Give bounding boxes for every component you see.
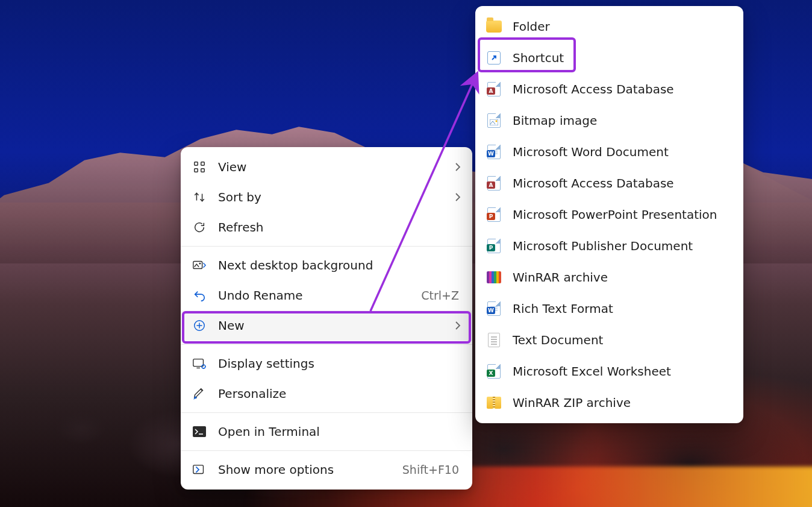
submenu-item-access-database[interactable]: A Microsoft Access Database xyxy=(475,74,743,105)
menu-item-label: Rich Text Format xyxy=(513,301,732,316)
menu-item-label: WinRAR ZIP archive xyxy=(513,395,732,410)
bitmap-file-icon xyxy=(486,113,502,128)
svg-rect-1 xyxy=(201,162,205,166)
menu-item-shortcut: Shift+F10 xyxy=(402,463,461,476)
menu-item-label: View xyxy=(218,160,440,174)
submenu-item-excel-worksheet[interactable]: X Microsoft Excel Worksheet xyxy=(475,356,743,387)
svg-point-12 xyxy=(496,121,498,122)
menu-item-label: Refresh xyxy=(218,220,440,235)
more-icon xyxy=(192,462,207,477)
menu-separator xyxy=(181,450,472,451)
word-file-icon: W xyxy=(486,144,502,160)
personalize-icon xyxy=(192,386,207,402)
menu-item-label: Undo Rename xyxy=(218,288,410,303)
menu-item-label: Shortcut xyxy=(513,51,732,65)
submenu-item-winrar-zip-archive[interactable]: WinRAR ZIP archive xyxy=(475,387,743,418)
new-icon xyxy=(192,318,207,333)
chevron-right-icon xyxy=(451,321,461,330)
submenu-item-shortcut[interactable]: Shortcut xyxy=(475,42,743,74)
menu-item-label: Microsoft Access Database xyxy=(513,176,732,191)
access-file-icon: A xyxy=(486,81,502,97)
chevron-right-icon xyxy=(451,192,461,202)
submenu-item-rich-text-format[interactable]: W Rich Text Format xyxy=(475,293,743,324)
submenu-item-folder[interactable]: Folder xyxy=(475,11,743,42)
menu-separator xyxy=(181,344,472,345)
menu-item-sort-by[interactable]: Sort by xyxy=(181,182,472,212)
menu-item-label: Text Document xyxy=(513,333,732,347)
rtf-file-icon: W xyxy=(486,301,502,316)
winrar-icon xyxy=(486,269,502,285)
svg-rect-3 xyxy=(201,169,205,172)
terminal-icon xyxy=(192,424,207,439)
menu-item-shortcut: Ctrl+Z xyxy=(421,289,461,302)
submenu-item-powerpoint-presentation[interactable]: P Microsoft PowerPoint Presentation xyxy=(475,199,743,230)
new-submenu: Folder Shortcut A Microsoft Access Datab… xyxy=(475,6,743,423)
submenu-item-winrar-archive[interactable]: WinRAR archive xyxy=(475,262,743,293)
svg-rect-7 xyxy=(193,359,204,367)
menu-item-display-settings[interactable]: Display settings xyxy=(181,348,472,379)
menu-item-label: Microsoft Word Document xyxy=(513,145,732,159)
menu-item-label: Microsoft Excel Worksheet xyxy=(513,364,732,379)
chevron-right-icon xyxy=(451,162,461,172)
menu-item-label: Microsoft PowerPoint Presentation xyxy=(513,207,732,222)
winrar-zip-icon xyxy=(486,395,502,411)
grid-icon xyxy=(192,159,207,175)
menu-item-label: Personalize xyxy=(218,386,440,401)
undo-icon xyxy=(192,288,207,303)
menu-item-label: Microsoft Access Database xyxy=(513,82,732,96)
text-file-icon xyxy=(486,332,502,348)
menu-item-refresh[interactable]: Refresh xyxy=(181,212,472,242)
svg-rect-2 xyxy=(195,169,198,172)
menu-item-label: Display settings xyxy=(218,356,440,371)
publisher-file-icon: P xyxy=(486,238,502,254)
menu-item-label: Next desktop background xyxy=(218,258,440,272)
svg-point-5 xyxy=(199,263,201,265)
folder-icon xyxy=(486,19,502,34)
excel-file-icon: X xyxy=(486,364,502,379)
next-bg-icon xyxy=(192,257,207,273)
submenu-item-word-document[interactable]: W Microsoft Word Document xyxy=(475,136,743,168)
menu-item-open-in-terminal[interactable]: Open in Terminal xyxy=(181,417,472,447)
refresh-icon xyxy=(192,219,207,235)
menu-item-next-desktop-background[interactable]: Next desktop background xyxy=(181,250,472,280)
menu-item-label: Show more options xyxy=(218,462,392,477)
shortcut-icon xyxy=(486,50,502,66)
submenu-item-text-document[interactable]: Text Document xyxy=(475,324,743,356)
menu-separator xyxy=(181,412,472,413)
menu-item-undo-rename[interactable]: Undo Rename Ctrl+Z xyxy=(181,280,472,310)
submenu-item-bitmap-image[interactable]: Bitmap image xyxy=(475,105,743,136)
menu-item-view[interactable]: View xyxy=(181,152,472,182)
desktop-context-menu: View Sort by Refresh xyxy=(181,147,472,490)
display-icon xyxy=(192,356,207,371)
powerpoint-file-icon: P xyxy=(486,207,502,222)
sort-icon xyxy=(192,189,207,205)
menu-item-label: WinRAR archive xyxy=(513,270,732,285)
menu-item-label: Bitmap image xyxy=(513,113,732,128)
submenu-item-publisher-document[interactable]: P Microsoft Publisher Document xyxy=(475,230,743,262)
svg-rect-0 xyxy=(195,162,198,166)
menu-item-label: Sort by xyxy=(218,190,440,204)
menu-item-label: Microsoft Publisher Document xyxy=(513,239,732,253)
menu-item-label: New xyxy=(218,318,440,333)
menu-item-label: Folder xyxy=(513,19,732,34)
svg-rect-9 xyxy=(193,426,206,437)
access-file-icon: A xyxy=(486,175,502,191)
menu-item-show-more-options[interactable]: Show more options Shift+F10 xyxy=(181,455,472,485)
menu-separator xyxy=(181,246,472,247)
submenu-item-access-database-2[interactable]: A Microsoft Access Database xyxy=(475,168,743,199)
menu-item-label: Open in Terminal xyxy=(218,424,440,439)
menu-item-personalize[interactable]: Personalize xyxy=(181,379,472,409)
menu-item-new[interactable]: New xyxy=(181,310,472,341)
